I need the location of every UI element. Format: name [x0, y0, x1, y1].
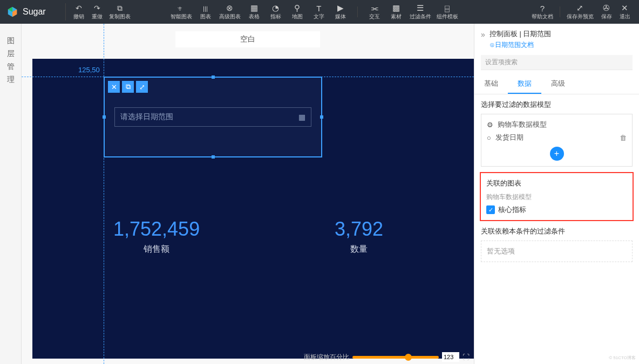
doc-link[interactable]: ⊙日期范围文档: [490, 40, 552, 50]
tab-advanced[interactable]: 高级: [541, 74, 575, 94]
exit-button[interactable]: ✕退出: [616, 3, 634, 20]
redo-button[interactable]: ↷重做: [89, 3, 106, 20]
adv-chart-tool[interactable]: ⊗高级图表: [217, 3, 243, 20]
related-chart-title: 关联的图表: [486, 178, 627, 188]
resize-handle-bottom[interactable]: [212, 155, 215, 159]
metric-sales-value: 1,752,459: [113, 218, 200, 241]
zoom-input[interactable]: 123: [442, 352, 459, 362]
text-tool[interactable]: T文字: [309, 3, 329, 20]
metric-sales: 1,752,459 销售额: [113, 218, 200, 255]
selected-widget[interactable]: ✕ ⧉ ⤢ 请选择日期范围 ▦: [104, 77, 322, 157]
top-toolbar: Sugar ↶撤销 ↷重做 ⧉复制图表 ᯤ智能图表 ⫼图表 ⊗高级图表 ▦表格 …: [0, 0, 639, 24]
related-chart-label: 核心指标: [498, 205, 526, 215]
undo-button[interactable]: ↶撤销: [70, 3, 87, 20]
delete-widget-icon[interactable]: ✕: [108, 81, 120, 93]
calendar-icon: ▦: [298, 113, 305, 121]
smart-chart-tool[interactable]: ᯤ智能图表: [168, 3, 194, 20]
fullscreen-icon[interactable]: ⛶: [463, 353, 470, 361]
media-tool[interactable]: ▶媒体: [330, 3, 351, 20]
indicator-tool[interactable]: ◔指标: [266, 3, 286, 20]
panel-tabs: 基础 数据 高级: [474, 74, 639, 94]
table-tool[interactable]: ▦表格: [244, 3, 264, 20]
app-name: Sugar: [23, 7, 46, 17]
empty-filter-box: 暂无选项: [481, 241, 633, 262]
layer-panel-strip[interactable]: 图层管理: [0, 24, 22, 364]
material-tool[interactable]: ▩素材: [386, 3, 406, 20]
tool-palette: ᯤ智能图表 ⫼图表 ⊗高级图表 ▦表格 ◔指标 ⚲地图 T文字 ▶媒体 ⫘交互 …: [165, 3, 464, 20]
metric-qty: 3,792 数量: [335, 218, 383, 255]
resize-handle-left[interactable]: [103, 115, 106, 119]
tab-basic[interactable]: 基础: [474, 74, 508, 94]
zoom-label: 面板缩放百分比: [304, 353, 349, 362]
logo-icon: [6, 6, 18, 18]
chart-tool[interactable]: ⫼图表: [195, 3, 216, 20]
page-tab-title[interactable]: 空白: [175, 31, 320, 47]
fullscreen-widget-icon[interactable]: ⤢: [136, 81, 148, 93]
topbar-right: ?帮助文档 ⤢保存并预览 ✇保存 ✕退出: [528, 3, 639, 20]
resize-handle-top[interactable]: [212, 75, 215, 79]
watermark: © 51CTO博客: [609, 355, 636, 361]
field-name: 发货日期: [495, 133, 524, 142]
panel-breadcrumb: 控制面板 | 日期范围: [490, 29, 552, 39]
share-icon: ⚙: [487, 121, 493, 129]
date-range-input[interactable]: 请选择日期范围 ▦: [114, 107, 311, 127]
related-chart-item[interactable]: ✓ 核心指标: [486, 205, 627, 215]
save-preview-button[interactable]: ⤢保存并预览: [563, 3, 597, 20]
metric-sales-label: 销售额: [113, 244, 200, 255]
copy-widget-icon[interactable]: ⧉: [122, 81, 134, 93]
related-subtitle: 购物车数据模型: [486, 193, 627, 202]
checkbox-icon[interactable]: ✓: [486, 205, 495, 214]
settings-search[interactable]: 设置项搜索: [481, 55, 633, 70]
guide-vertical: [104, 24, 104, 364]
dependent-filter-section: 关联依赖本条件的过滤条件 暂无选项: [474, 221, 639, 267]
interact-tool[interactable]: ⫘交互: [364, 3, 385, 20]
add-model-button[interactable]: +: [550, 147, 564, 161]
copy-chart-button[interactable]: ⧉复制图表: [107, 3, 133, 20]
dependent-filter-title: 关联依赖本条件的过滤条件: [481, 226, 633, 236]
help-doc-button[interactable]: ?帮助文档: [528, 3, 556, 20]
model-name: 购物车数据模型: [498, 120, 547, 129]
collapse-panel-icon[interactable]: »: [481, 30, 485, 39]
metric-qty-label: 数量: [335, 244, 383, 255]
model-row: ⚙ 购物车数据模型: [487, 120, 627, 129]
related-chart-section: 关联的图表 购物车数据模型 ✓ 核心指标: [480, 172, 634, 221]
filter-tool[interactable]: ☰过滤条件: [407, 3, 433, 20]
field-row: ○ 发货日期 🗑: [487, 133, 627, 142]
metric-qty-value: 3,792: [335, 218, 383, 241]
date-range-placeholder: 请选择日期范围: [120, 112, 173, 122]
data-model-section: 选择要过滤的数据模型 ⚙ 购物车数据模型 ○ 发货日期 🗑 +: [474, 94, 639, 172]
data-model-title: 选择要过滤的数据模型: [481, 100, 633, 109]
delete-field-icon[interactable]: 🗑: [620, 134, 627, 142]
resize-handle-right[interactable]: [320, 115, 323, 119]
canvas-area: 空白 125,50 1,752,459 销售额 3,792 数量 ✕ ⧉ ⤢: [22, 24, 474, 364]
map-tool[interactable]: ⚲地图: [287, 3, 308, 20]
comp-template-tool[interactable]: ⌸组件模板: [434, 3, 460, 20]
selection-coord: 125,50: [78, 66, 100, 74]
save-button[interactable]: ✇保存: [598, 3, 615, 20]
topbar-left: Sugar ↶撤销 ↷重做 ⧉复制图表: [0, 3, 133, 20]
canvas-footer: 面板缩放百分比 123 ⛶: [304, 352, 470, 362]
zoom-slider[interactable]: [352, 356, 439, 359]
properties-panel: » 控制面板 | 日期范围 ⊙日期范围文档 设置项搜索 基础 数据 高级 选择要…: [474, 24, 639, 364]
circle-icon: ○: [487, 134, 491, 142]
tab-data[interactable]: 数据: [508, 74, 541, 94]
